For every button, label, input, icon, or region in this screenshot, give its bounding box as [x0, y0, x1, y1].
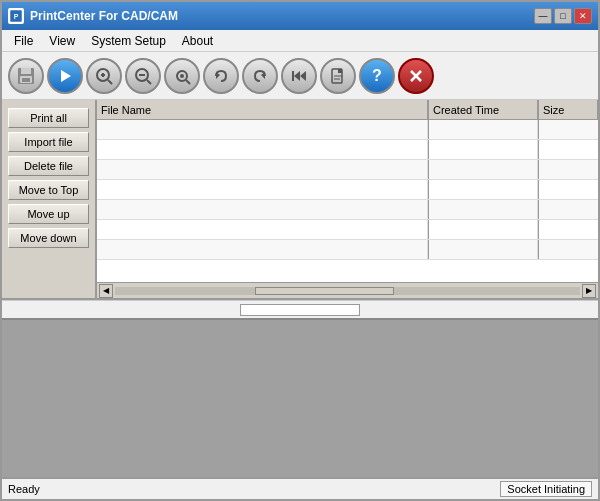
progress-bar [240, 304, 360, 316]
svg-marker-20 [300, 71, 306, 81]
zoom-in-button[interactable] [86, 58, 122, 94]
svg-rect-3 [21, 68, 31, 74]
help-button[interactable]: ? [359, 58, 395, 94]
svg-text:P: P [14, 13, 19, 20]
refresh-button[interactable] [242, 58, 278, 94]
minimize-button[interactable]: — [534, 8, 552, 24]
horizontal-scrollbar[interactable]: ◀ ▶ [97, 282, 598, 298]
menu-system-setup[interactable]: System Setup [83, 32, 174, 50]
upper-panel: Print all Import file Delete file Move t… [2, 100, 598, 300]
svg-marker-17 [216, 72, 220, 79]
window-title: PrintCenter For CAD/CAM [30, 9, 178, 23]
main-window: P PrintCenter For CAD/CAM — □ ✕ File Vie… [0, 0, 600, 501]
zoom-out-button[interactable] [125, 58, 161, 94]
menu-view[interactable]: View [41, 32, 83, 50]
menu-file[interactable]: File [6, 32, 41, 50]
page-button[interactable] [320, 58, 356, 94]
file-list-header: File Name Created Time Size [97, 100, 598, 120]
progress-row [2, 300, 598, 318]
sidebar: Print all Import file Delete file Move t… [2, 100, 97, 298]
import-file-button[interactable]: Import file [8, 132, 89, 152]
menu-bar: File View System Setup About [2, 30, 598, 52]
move-down-button[interactable]: Move down [8, 228, 89, 248]
scroll-track[interactable] [115, 287, 580, 295]
col-header-filename: File Name [97, 100, 428, 119]
close-button[interactable]: ✕ [574, 8, 592, 24]
status-bar: Ready Socket Initiating [2, 477, 598, 499]
toolbar-close-button[interactable] [398, 58, 434, 94]
content-area: Print all Import file Delete file Move t… [2, 100, 598, 477]
play-button[interactable] [47, 58, 83, 94]
status-left: Ready [8, 483, 40, 495]
print-all-button[interactable]: Print all [8, 108, 89, 128]
move-up-button[interactable]: Move up [8, 204, 89, 224]
title-bar: P PrintCenter For CAD/CAM — □ ✕ [2, 2, 598, 30]
table-row [97, 240, 598, 260]
svg-line-10 [108, 80, 112, 84]
scroll-thumb[interactable] [255, 287, 395, 295]
lower-panel [2, 318, 598, 477]
move-to-top-button[interactable]: Move to Top [8, 180, 89, 200]
menu-about[interactable]: About [174, 32, 221, 50]
col-header-size: Size [538, 100, 598, 119]
app-icon: P [8, 8, 24, 24]
save-button[interactable] [8, 58, 44, 94]
undo-button[interactable] [203, 58, 239, 94]
table-row [97, 120, 598, 140]
svg-marker-18 [261, 72, 265, 79]
file-list-body [97, 120, 598, 282]
delete-file-button[interactable]: Delete file [8, 156, 89, 176]
scroll-right-button[interactable]: ▶ [582, 284, 596, 298]
scroll-left-button[interactable]: ◀ [99, 284, 113, 298]
table-row [97, 140, 598, 160]
svg-line-16 [186, 80, 190, 84]
title-bar-left: P PrintCenter For CAD/CAM [8, 8, 178, 24]
zoom-fit-button[interactable] [164, 58, 200, 94]
table-row [97, 180, 598, 200]
table-row [97, 200, 598, 220]
svg-marker-6 [61, 70, 71, 82]
title-controls: — □ ✕ [534, 8, 592, 24]
svg-rect-5 [22, 78, 30, 82]
svg-rect-23 [338, 69, 342, 73]
table-row [97, 160, 598, 180]
table-row [97, 220, 598, 240]
restore-button[interactable]: □ [554, 8, 572, 24]
svg-line-13 [147, 80, 151, 84]
svg-marker-19 [294, 71, 300, 81]
svg-point-15 [180, 74, 184, 78]
status-right: Socket Initiating [500, 481, 592, 497]
file-list: File Name Created Time Size [97, 100, 598, 298]
toolbar: ? [2, 52, 598, 100]
col-header-created: Created Time [428, 100, 538, 119]
skip-back-button[interactable] [281, 58, 317, 94]
